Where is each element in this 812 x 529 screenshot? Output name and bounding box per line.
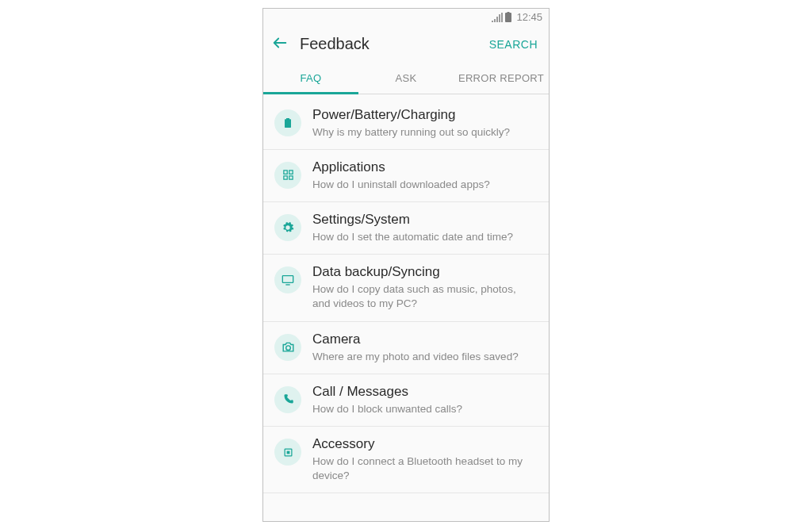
list-item[interactable]: Call / Messages How do I block unwanted …	[263, 374, 549, 427]
list-item[interactable]: Power/Battery/Charging Why is my battery…	[263, 94, 549, 150]
apps-icon	[274, 162, 301, 189]
item-sub: How do I connect a Bluetooth headset to …	[312, 454, 534, 483]
svg-rect-6	[286, 450, 289, 454]
list-item[interactable]: Camera Where are my photo and video file…	[263, 322, 549, 374]
battery-status-icon	[505, 12, 511, 22]
tab-faq[interactable]: FAQ	[263, 63, 358, 94]
list-item[interactable]: Applications How do I uninstall download…	[263, 150, 549, 202]
item-title: Power/Battery/Charging	[312, 107, 534, 123]
item-title: Camera	[312, 332, 534, 347]
faq-list: Power/Battery/Charging Why is my battery…	[263, 94, 549, 521]
svg-rect-1	[508, 12, 510, 13]
item-sub: How do I uninstall downloaded apps?	[312, 178, 534, 192]
camera-icon	[274, 334, 301, 361]
page-title: Feedback	[300, 35, 489, 53]
tabs: FAQ ASK ERROR REPORT	[263, 63, 549, 94]
list-item[interactable]: Settings/System How do I set the automat…	[263, 202, 549, 255]
list-item[interactable]: Data backup/Syncing How do I copy data s…	[263, 255, 549, 321]
search-button[interactable]: SEARCH	[489, 38, 538, 51]
status-bar: 12:45	[263, 9, 549, 26]
back-icon[interactable]	[271, 34, 289, 55]
signal-icon	[492, 13, 503, 22]
chip-icon	[274, 439, 301, 466]
phone-icon	[274, 386, 301, 413]
tab-ask[interactable]: ASK	[358, 63, 454, 94]
phone-frame: 12:45 Feedback SEARCH FAQ ASK ERROR REPO…	[262, 8, 550, 522]
item-title: Applications	[312, 159, 534, 175]
list-item[interactable]: Accessory How do I connect a Bluetooth h…	[263, 427, 549, 493]
svg-rect-3	[282, 276, 293, 283]
item-title: Call / Messages	[312, 384, 534, 400]
gear-icon	[274, 214, 301, 241]
item-title: Accessory	[312, 436, 534, 452]
item-sub: Why is my battery running out so quickly…	[312, 125, 534, 140]
svg-point-2	[286, 226, 289, 228]
tab-error-report[interactable]: ERROR REPORT	[454, 63, 549, 94]
item-title: Settings/System	[312, 212, 534, 228]
item-sub: How do I copy data such as music, photos…	[312, 282, 534, 311]
svg-rect-0	[505, 13, 511, 22]
monitor-icon	[274, 266, 301, 293]
item-sub: Where are my photo and video files saved…	[312, 350, 534, 364]
item-sub: How do I block unwanted calls?	[312, 402, 534, 416]
battery-icon	[274, 109, 301, 136]
item-title: Data backup/Syncing	[312, 264, 534, 280]
title-bar: Feedback SEARCH	[263, 26, 549, 63]
clock: 12:45	[516, 11, 542, 23]
item-sub: How do I set the automatic date and time…	[312, 230, 534, 244]
svg-point-4	[285, 345, 290, 350]
